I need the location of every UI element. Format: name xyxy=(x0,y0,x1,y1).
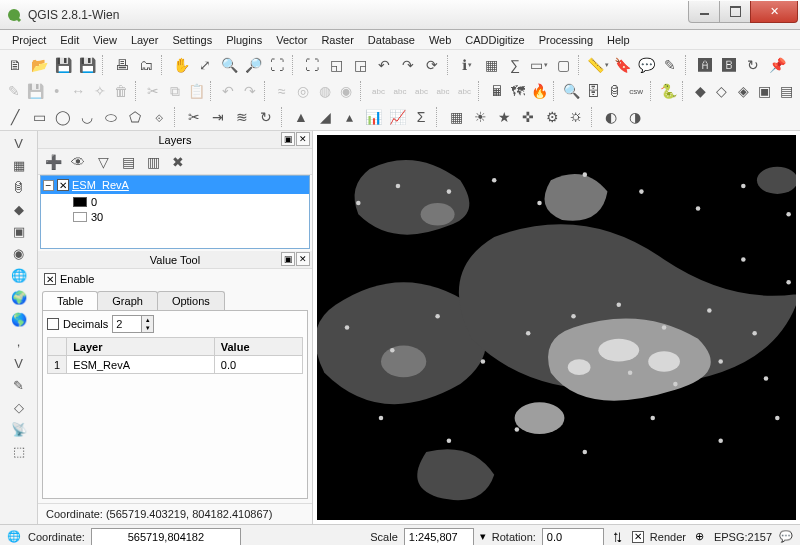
menu-raster[interactable]: Raster xyxy=(315,32,359,48)
menu-project[interactable]: Project xyxy=(6,32,52,48)
label-rotate-icon[interactable]: ↻ xyxy=(742,54,764,76)
labels-icon[interactable]: 🅰 xyxy=(694,54,716,76)
zoom-last-icon[interactable]: ↶ xyxy=(373,54,395,76)
save-project-icon[interactable]: 💾 xyxy=(52,54,74,76)
new-shp-icon[interactable]: ✎ xyxy=(9,375,29,395)
zoom-native-icon[interactable]: ⛶ xyxy=(266,54,288,76)
rotation-spin-icon[interactable]: ⮁ xyxy=(610,529,626,545)
cog2-icon[interactable]: ⛭ xyxy=(565,106,587,128)
copy-icon[interactable]: ⧉ xyxy=(165,80,185,102)
layer-item-esm-reva[interactable]: − ✕ ESM_RevA xyxy=(41,176,309,194)
cog-icon[interactable]: ⚙ xyxy=(541,106,563,128)
select-icon[interactable]: ▭ xyxy=(528,54,550,76)
plugin3-icon[interactable]: ◈ xyxy=(733,80,753,102)
db-manager-icon[interactable]: 🗄 xyxy=(583,80,603,102)
add-raster-icon[interactable]: ▦ xyxy=(9,155,29,175)
composer-manager-icon[interactable]: 🗂 xyxy=(135,54,157,76)
scale-dropdown-icon[interactable]: ▾ xyxy=(480,530,486,543)
paste-icon[interactable]: 📋 xyxy=(187,80,207,102)
plugin4-icon[interactable]: ▣ xyxy=(755,80,775,102)
add-feature-icon[interactable]: • xyxy=(47,80,67,102)
crs-icon[interactable]: ⊕ xyxy=(692,529,708,545)
abc1-icon[interactable]: abc xyxy=(369,80,389,102)
add-virtual-icon[interactable]: V xyxy=(9,353,29,373)
refresh-icon[interactable]: ⟳ xyxy=(421,54,443,76)
stats6-icon[interactable]: Σ xyxy=(410,106,432,128)
stats4-icon[interactable]: 📊 xyxy=(362,106,384,128)
undo-icon[interactable]: ↶ xyxy=(219,80,239,102)
attr-table-icon[interactable]: ▦ xyxy=(480,54,502,76)
sun-icon[interactable]: ☀ xyxy=(469,106,491,128)
new-gpkg-icon[interactable]: ◇ xyxy=(9,397,29,417)
messages-icon[interactable]: 💬 xyxy=(778,529,794,545)
remove-layer-icon[interactable]: ✖ xyxy=(167,151,189,173)
label-pin-icon[interactable]: 📌 xyxy=(766,54,788,76)
layers-undock-icon[interactable]: ▣ xyxy=(281,132,295,146)
compass-icon[interactable]: ✜ xyxy=(517,106,539,128)
abc3-icon[interactable]: abc xyxy=(412,80,432,102)
add-mssql-icon[interactable]: ▣ xyxy=(9,221,29,241)
add-oracle-icon[interactable]: ◉ xyxy=(9,243,29,263)
simplify-icon[interactable]: ≈ xyxy=(272,80,292,102)
fill-ring-icon[interactable]: ◉ xyxy=(337,80,357,102)
cad-rotate-icon[interactable]: ↻ xyxy=(255,106,277,128)
menu-view[interactable]: View xyxy=(87,32,123,48)
plugin2-icon[interactable]: ◇ xyxy=(712,80,732,102)
menu-settings[interactable]: Settings xyxy=(166,32,218,48)
valuetool-close-icon[interactable]: ✕ xyxy=(296,252,310,266)
coordinate-input[interactable] xyxy=(91,528,241,546)
cut-icon[interactable]: ✂ xyxy=(144,80,164,102)
minimize-button[interactable] xyxy=(688,1,720,23)
cad-offset-icon[interactable]: ≋ xyxy=(231,106,253,128)
pan-to-selection-icon[interactable]: ⤢ xyxy=(194,54,216,76)
add-ring-icon[interactable]: ◎ xyxy=(294,80,314,102)
add-csv-icon[interactable]: , xyxy=(9,331,29,351)
add-part-icon[interactable]: ◍ xyxy=(315,80,335,102)
add-spatialite-icon[interactable]: ◆ xyxy=(9,199,29,219)
tab-graph[interactable]: Graph xyxy=(97,291,158,310)
misc2-icon[interactable]: ◑ xyxy=(624,106,646,128)
abc4-icon[interactable]: abc xyxy=(433,80,453,102)
menu-database[interactable]: Database xyxy=(362,32,421,48)
csw-icon[interactable]: csw xyxy=(626,80,646,102)
save-edits-icon[interactable]: 💾 xyxy=(26,80,46,102)
cad-circle-icon[interactable]: ◯ xyxy=(52,106,74,128)
pan-icon[interactable]: ✋ xyxy=(170,54,192,76)
zoom-selection-icon[interactable]: ◱ xyxy=(325,54,347,76)
menu-caddigitize[interactable]: CADDigitize xyxy=(459,32,530,48)
add-vector-icon[interactable]: V xyxy=(9,133,29,153)
table-row[interactable]: 1 ESM_RevA 0.0 xyxy=(48,356,303,374)
plugin-valuetool-icon[interactable]: ⬚ xyxy=(9,441,29,461)
add-wms-icon[interactable]: 🌐 xyxy=(9,265,29,285)
tab-options[interactable]: Options xyxy=(157,291,225,310)
spin-down-icon[interactable]: ▼ xyxy=(141,324,153,332)
rotation-input[interactable] xyxy=(542,528,604,546)
identify-icon[interactable]: ℹ xyxy=(456,54,478,76)
bookmarks-icon[interactable]: 🔖 xyxy=(611,54,633,76)
collapse-all-icon[interactable]: ▥ xyxy=(142,151,164,173)
save-as-icon[interactable]: 💾 xyxy=(76,54,98,76)
decimals-spinbox[interactable]: ▲▼ xyxy=(112,315,154,333)
stats5-icon[interactable]: 📈 xyxy=(386,106,408,128)
python-icon[interactable]: 🐍 xyxy=(658,80,678,102)
decimals-input[interactable] xyxy=(113,316,141,332)
label-move-icon[interactable]: 🅱 xyxy=(718,54,740,76)
field-calc-icon[interactable]: ∑ xyxy=(504,54,526,76)
manage-visibility-icon[interactable]: 👁 xyxy=(67,151,89,173)
valuetool-undock-icon[interactable]: ▣ xyxy=(281,252,295,266)
heatmap-icon[interactable]: 🔥 xyxy=(530,80,550,102)
tips-icon[interactable]: 💬 xyxy=(635,54,657,76)
gps-icon[interactable]: 📡 xyxy=(9,419,29,439)
move-feature-icon[interactable]: ↔ xyxy=(69,80,89,102)
georef-icon[interactable]: 🗺 xyxy=(508,80,528,102)
star-icon[interactable]: ★ xyxy=(493,106,515,128)
toggle-extents-icon[interactable]: 🌐 xyxy=(6,529,22,545)
cad-trim-icon[interactable]: ✂ xyxy=(183,106,205,128)
menu-vector[interactable]: Vector xyxy=(270,32,313,48)
open-project-icon[interactable]: 📂 xyxy=(28,54,50,76)
menu-layer[interactable]: Layer xyxy=(125,32,165,48)
delete-icon[interactable]: 🗑 xyxy=(112,80,132,102)
measure-icon[interactable]: 📏 xyxy=(587,54,609,76)
layers-tree[interactable]: − ✕ ESM_RevA 0 30 xyxy=(40,175,310,249)
map-canvas[interactable] xyxy=(317,135,796,520)
